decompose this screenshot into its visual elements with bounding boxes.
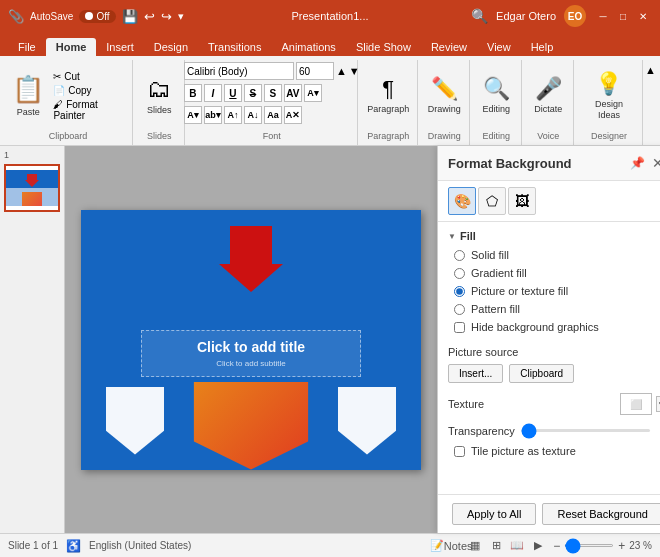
zoom-in-icon[interactable]: + <box>618 539 625 553</box>
save-icon[interactable]: 💾 <box>122 9 138 24</box>
highlight-button[interactable]: ab▾ <box>204 106 222 124</box>
tab-help[interactable]: Help <box>521 38 564 56</box>
hide-bg-option[interactable]: Hide background graphics <box>438 318 660 336</box>
paragraph-button[interactable]: ¶ Paragraph <box>363 73 413 118</box>
solid-fill-radio[interactable] <box>454 250 465 261</box>
effects-icon-button[interactable]: ⬠ <box>478 187 506 215</box>
tab-review[interactable]: Review <box>421 38 477 56</box>
panel-pin-icon[interactable]: 📌 <box>630 156 645 170</box>
font-case-row: A▾ ab▾ A↑ A↓ Aa A✕ <box>184 106 360 124</box>
text-larger-button[interactable]: A↑ <box>224 106 242 124</box>
reading-view-button[interactable]: 📖 <box>508 537 526 555</box>
slides-button[interactable]: 🗂 Slides <box>141 72 177 119</box>
font-name-row: ▲ ▼ <box>184 62 360 80</box>
thumb-preview <box>6 170 58 206</box>
pattern-fill-radio[interactable] <box>454 304 465 315</box>
text-smaller-button[interactable]: A↓ <box>244 106 262 124</box>
canvas-area[interactable]: Click to add title Click to add subtitle <box>65 146 437 533</box>
font-size-up[interactable]: ▲ <box>336 65 347 77</box>
font-color-button[interactable]: A▾ <box>304 84 322 102</box>
slide-title[interactable]: Click to add title <box>150 339 352 355</box>
slide-subtitle[interactable]: Click to add subtitle <box>150 359 352 368</box>
hide-bg-checkbox[interactable] <box>454 322 465 333</box>
bold-button[interactable]: B <box>184 84 202 102</box>
fill-section-header[interactable]: ▼ Fill <box>438 226 660 246</box>
clear-format-button[interactable]: A✕ <box>284 106 302 124</box>
char-spacing-button[interactable]: AV <box>284 84 302 102</box>
dictate-button[interactable]: 🎤 Dictate <box>530 73 566 118</box>
minimize-button[interactable]: ─ <box>594 7 612 25</box>
font-format-row: B I U S S AV A▾ <box>184 84 360 102</box>
tab-insert[interactable]: Insert <box>96 38 144 56</box>
font-name-input[interactable] <box>184 62 294 80</box>
slide-number-label: 1 <box>4 150 60 160</box>
slides-icon: 🗂 <box>147 75 171 103</box>
zoom-out-icon[interactable]: − <box>553 539 560 553</box>
reset-background-button[interactable]: Reset Background <box>542 503 660 525</box>
paste-button[interactable]: 📋 Paste <box>10 71 46 121</box>
tab-file[interactable]: File <box>8 38 46 56</box>
slide-thumbnail-1[interactable] <box>4 164 60 212</box>
autosave-label: AutoSave <box>30 11 73 22</box>
accessibility-icon[interactable]: ♿ <box>66 539 81 553</box>
notes-button[interactable]: 📝 Notes <box>442 537 460 555</box>
gradient-fill-option[interactable]: Gradient fill <box>438 264 660 282</box>
redo-icon[interactable]: ↪ <box>161 9 172 24</box>
texture-selector[interactable]: ⬜ <box>620 393 652 415</box>
case-button[interactable]: Aa <box>264 106 282 124</box>
pattern-fill-option[interactable]: Pattern fill <box>438 300 660 318</box>
image-icon-button[interactable]: 🖼 <box>508 187 536 215</box>
tab-slideshow[interactable]: Slide Show <box>346 38 421 56</box>
search-icon[interactable]: 🔍 <box>471 8 488 24</box>
italic-button[interactable]: I <box>204 84 222 102</box>
tab-design[interactable]: Design <box>144 38 198 56</box>
transparency-slider[interactable] <box>521 429 650 432</box>
zoom-level[interactable]: 23 % <box>629 540 652 551</box>
autosave-toggle[interactable]: Off <box>79 10 115 23</box>
slide-canvas[interactable]: Click to add title Click to add subtitle <box>81 210 421 470</box>
ribbon-group-designer: 💡 Design Ideas Designer <box>576 60 643 145</box>
picture-fill-radio[interactable] <box>454 286 465 297</box>
drawing-button[interactable]: ✏️ Drawing <box>424 73 465 118</box>
editing-button[interactable]: 🔍 Editing <box>478 73 514 118</box>
tile-checkbox[interactable] <box>454 446 465 457</box>
zoom-slider[interactable] <box>564 544 614 547</box>
clipboard-button[interactable]: Clipboard <box>509 364 574 383</box>
underline-button[interactable]: U <box>224 84 242 102</box>
close-button[interactable]: ✕ <box>634 7 652 25</box>
panel-close-button[interactable]: ✕ <box>649 154 660 172</box>
fill-icon-button[interactable]: 🎨 <box>448 187 476 215</box>
title-box[interactable]: Click to add title Click to add subtitle <box>141 330 361 377</box>
editing-content: 🔍 Editing <box>478 62 514 129</box>
quick-access-more[interactable]: ▾ <box>178 10 184 23</box>
design-ideas-button[interactable]: 💡 Design Ideas <box>582 68 636 124</box>
gradient-fill-radio[interactable] <box>454 268 465 279</box>
font-color2-button[interactable]: A▾ <box>184 106 202 124</box>
slideshow-view-button[interactable]: ▶ <box>529 537 547 555</box>
ribbon-collapse[interactable]: ▲ <box>645 60 656 145</box>
undo-icon[interactable]: ↩ <box>144 9 155 24</box>
insert-button[interactable]: Insert... <box>448 364 503 383</box>
apply-to-all-button[interactable]: Apply to All <box>452 503 536 525</box>
tab-view[interactable]: View <box>477 38 521 56</box>
texture-dropdown-arrow[interactable]: ▾ <box>656 396 660 412</box>
format-painter-button[interactable]: 🖌 Format Painter <box>50 98 125 122</box>
maximize-button[interactable]: □ <box>614 7 632 25</box>
status-bar: Slide 1 of 1 ♿ English (United States) 📝… <box>0 533 660 557</box>
slide-sorter-button[interactable]: ⊞ <box>487 537 505 555</box>
ribbon-group-voice: 🎤 Dictate Voice <box>524 60 574 145</box>
shadow-button[interactable]: S <box>264 84 282 102</box>
solid-fill-option[interactable]: Solid fill <box>438 246 660 264</box>
tab-home[interactable]: Home <box>46 38 97 56</box>
tab-animations[interactable]: Animations <box>271 38 345 56</box>
tile-option[interactable]: Tile picture as texture <box>438 442 660 460</box>
copy-button[interactable]: 📄 Copy <box>50 84 125 97</box>
font-size-down[interactable]: ▼ <box>349 65 360 77</box>
tab-transitions[interactable]: Transitions <box>198 38 271 56</box>
picture-fill-option[interactable]: Picture or texture fill <box>438 282 660 300</box>
font-size-input[interactable] <box>296 62 334 80</box>
normal-view-button[interactable]: ▦ <box>466 537 484 555</box>
main-area: 1 Click to add tit <box>0 146 660 533</box>
strikethrough-button[interactable]: S <box>244 84 262 102</box>
cut-button[interactable]: ✂ Cut <box>50 70 125 83</box>
